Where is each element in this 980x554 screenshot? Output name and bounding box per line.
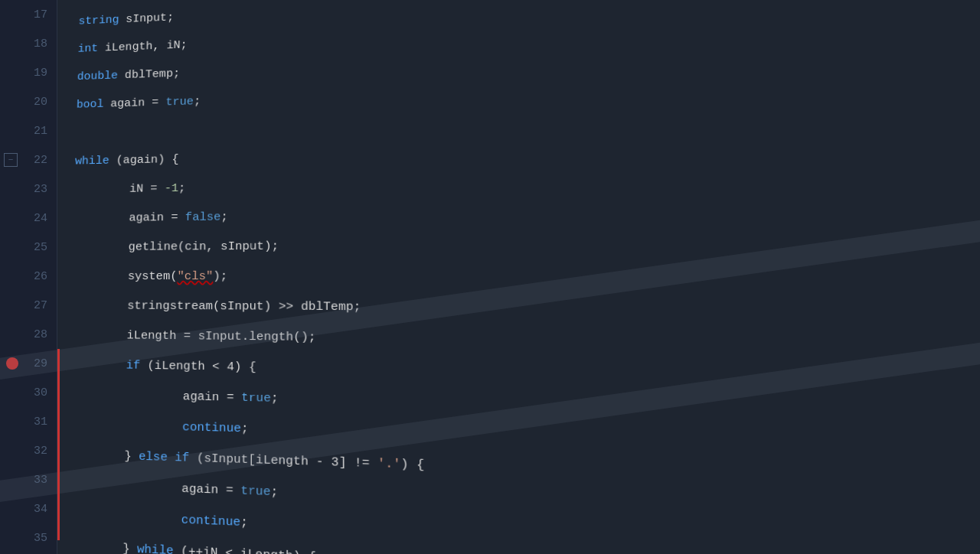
- token-plain: ;: [270, 484, 278, 500]
- token-str: "cls": [177, 269, 213, 283]
- token-plain: getline(cin, sInput);: [73, 239, 279, 254]
- line-num-26: 26: [0, 262, 57, 291]
- token-kw-continue: continue: [181, 513, 240, 530]
- line-num-22[interactable]: − 22: [0, 145, 57, 174]
- token-plain: again =: [74, 210, 185, 225]
- token-plain: ;: [241, 421, 249, 435]
- token-plain: }: [65, 539, 137, 554]
- token-bool: false: [185, 210, 221, 224]
- token-plain: (sInput[iLength - 3] !=: [189, 451, 377, 471]
- token-plain: stringstream(sInput) >> dblTemp;: [71, 298, 361, 314]
- token-plain: [66, 508, 181, 527]
- token-plain: ;: [240, 515, 248, 530]
- token-plain: );: [213, 269, 227, 283]
- fold-icon-22[interactable]: −: [4, 153, 18, 167]
- token-kw-elseif: else if: [139, 449, 189, 465]
- line-num-27: 27: [0, 291, 57, 320]
- token-type: string: [78, 13, 119, 28]
- line-num-29[interactable]: 29: [0, 349, 57, 378]
- line-num-31: 31: [0, 407, 57, 436]
- token-kw-if: if: [70, 357, 140, 373]
- code-content: string sInput; int iLength, iN; double d…: [50, 0, 980, 554]
- token-plain: again =: [69, 387, 241, 405]
- breakpoint-indicator-line: [57, 349, 60, 540]
- token-plain: iLength, iN;: [98, 38, 188, 55]
- token-kw-while: while: [75, 154, 109, 168]
- token-plain: ;: [194, 94, 201, 108]
- token-kw-while2: while: [137, 542, 174, 554]
- token-plain: ;: [220, 210, 228, 223]
- line-num-24: 24: [0, 204, 57, 233]
- line-num-33: 33: [0, 465, 57, 494]
- line-num-17: 17: [0, 0, 57, 29]
- token-bool: true: [241, 390, 271, 406]
- token-type: int: [77, 41, 98, 55]
- line-num-30: 30: [0, 378, 57, 407]
- line-num-20: 20: [0, 87, 57, 116]
- line-num-35: 35: [0, 523, 57, 552]
- code-line-26: system( "cls" );: [72, 259, 980, 294]
- token-num: -1: [165, 181, 179, 195]
- token-plain: again =: [67, 477, 240, 498]
- token-plain: sInput;: [119, 11, 174, 26]
- line-number-gutter: 17 18 19 20 21 − 22 23 24 25 26 27: [0, 0, 57, 554]
- token-plain: dblTemp;: [118, 67, 180, 82]
- line-num-19: 19: [0, 58, 57, 87]
- token-plain: (again) {: [109, 152, 179, 168]
- token-plain: ;: [178, 181, 185, 195]
- token-plain: (++iN < iLength) {: [174, 543, 316, 554]
- line-num-34: 34: [0, 494, 57, 523]
- token-plain: ) {: [400, 457, 424, 473]
- token-plain: (iLength < 4) {: [140, 358, 256, 374]
- token-plain: ;: [271, 391, 279, 406]
- line-num-25: 25: [0, 233, 57, 262]
- code-editor: 17 18 19 20 21 − 22 23 24 25 26 27: [0, 0, 980, 554]
- line-num-32: 32: [0, 436, 57, 465]
- line-num-28: 28: [0, 320, 57, 349]
- token-type: double: [77, 69, 119, 83]
- token-bool: true: [240, 484, 270, 500]
- line-numbers: 17 18 19 20 21 − 22 23 24 25 26 27: [0, 0, 57, 552]
- token-plain: again =: [103, 96, 165, 111]
- token-plain: }: [67, 447, 139, 464]
- token-plain: system(: [72, 269, 178, 283]
- token-plain: [68, 417, 182, 434]
- line-num-21: 21: [0, 116, 57, 145]
- token-char: '.': [377, 456, 401, 472]
- token-plain: iN =: [74, 181, 165, 197]
- token-bool: true: [165, 95, 194, 109]
- breakpoint-29[interactable]: [6, 357, 18, 370]
- line-num-18: 18: [0, 29, 57, 58]
- token-plain: iLength = sInput.length();: [70, 328, 315, 344]
- token-type: bool: [77, 97, 104, 111]
- token-kw-continue: continue: [182, 420, 241, 436]
- line-num-23: 23: [0, 174, 57, 204]
